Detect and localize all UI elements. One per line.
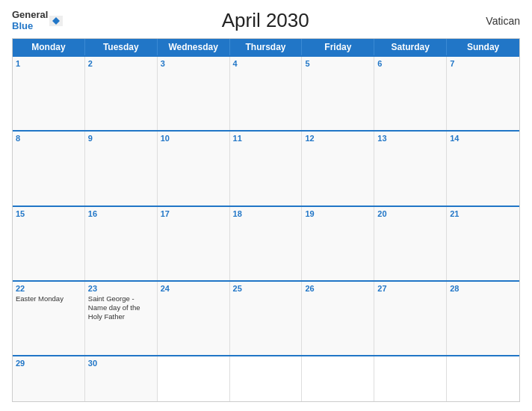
calendar-cell: 8 [13, 132, 85, 205]
calendar-week-5: 2930 [13, 355, 519, 401]
calendar-cell: 20 [374, 207, 447, 280]
day-number: 26 [305, 284, 371, 293]
calendar-cell: 29 [13, 356, 85, 401]
calendar-cell: 24 [158, 282, 230, 355]
day-number: 12 [305, 134, 371, 143]
day-number: 9 [88, 134, 154, 143]
day-number: 6 [377, 59, 443, 68]
calendar-cell: 28 [447, 282, 519, 355]
day-number: 10 [161, 134, 226, 143]
day-number: 27 [377, 284, 443, 293]
day-number: 30 [88, 359, 154, 368]
calendar-cell [158, 356, 230, 401]
calendar-cell: 23Saint George - Name day of the Holy Fa… [85, 282, 158, 355]
calendar-cell: 14 [447, 132, 519, 205]
day-number: 25 [233, 284, 299, 293]
header: General Blue April 2030 Vatican [12, 9, 520, 32]
calendar-cell: 7 [447, 57, 519, 130]
day-number: 11 [233, 134, 299, 143]
day-number: 15 [16, 209, 81, 218]
day-number: 14 [450, 134, 516, 143]
calendar-cell: 6 [374, 57, 447, 130]
calendar-week-4: 22Easter Monday23Saint George - Name day… [13, 280, 519, 355]
logo: General Blue [12, 10, 63, 31]
calendar-cell: 25 [230, 282, 303, 355]
event-text: Easter Monday [16, 294, 81, 303]
calendar-cell: 4 [230, 57, 303, 130]
calendar-cell: 10 [158, 132, 230, 205]
calendar-cell: 27 [374, 282, 447, 355]
day-number: 1 [16, 59, 81, 68]
day-number: 29 [16, 359, 81, 368]
calendar-cell [230, 356, 303, 401]
header-cell-friday: Friday [302, 39, 374, 55]
day-number: 19 [305, 209, 371, 218]
day-number: 23 [88, 284, 154, 293]
calendar-cell: 16 [85, 207, 158, 280]
calendar-cell: 19 [302, 207, 374, 280]
calendar-cell: 3 [158, 57, 230, 130]
country-label: Vatican [468, 15, 520, 27]
calendar-cell [302, 356, 374, 401]
calendar-cell: 9 [85, 132, 158, 205]
day-number: 16 [88, 209, 154, 218]
header-cell-wednesday: Wednesday [158, 39, 230, 55]
logo-flag-icon [49, 16, 63, 26]
day-number: 22 [16, 284, 81, 293]
calendar-header-row: MondayTuesdayWednesdayThursdayFridaySatu… [13, 39, 519, 55]
header-cell-tuesday: Tuesday [85, 39, 158, 55]
day-number: 3 [161, 59, 226, 68]
day-number: 7 [450, 59, 516, 68]
logo-general-text: General [12, 10, 48, 20]
header-cell-saturday: Saturday [374, 39, 447, 55]
calendar-body: 12345678910111213141516171819202122Easte… [13, 55, 519, 401]
day-number: 5 [305, 59, 371, 68]
day-number: 24 [161, 284, 226, 293]
header-cell-monday: Monday [13, 39, 85, 55]
calendar-cell: 12 [302, 132, 374, 205]
page: General Blue April 2030 Vatican MondayTu… [0, 0, 532, 411]
day-number: 13 [377, 134, 443, 143]
event-text: Saint George - Name day of the Holy Fath… [88, 294, 154, 322]
day-number: 21 [450, 209, 516, 218]
day-number: 18 [233, 209, 299, 218]
day-number: 4 [233, 59, 299, 68]
calendar-cell [374, 356, 447, 401]
header-cell-thursday: Thursday [230, 39, 303, 55]
day-number: 8 [16, 134, 81, 143]
day-number: 17 [161, 209, 226, 218]
calendar-week-1: 1234567 [13, 55, 519, 130]
calendar-cell: 18 [230, 207, 303, 280]
calendar-title: April 2030 [63, 9, 468, 32]
calendar-cell [447, 356, 519, 401]
day-number: 28 [450, 284, 516, 293]
day-number: 20 [377, 209, 443, 218]
calendar-cell: 13 [374, 132, 447, 205]
calendar-cell: 11 [230, 132, 303, 205]
calendar-cell: 1 [13, 57, 85, 130]
calendar-cell: 21 [447, 207, 519, 280]
logo-blue-text: Blue [12, 21, 48, 31]
calendar-week-3: 15161718192021 [13, 206, 519, 280]
calendar-cell: 5 [302, 57, 374, 130]
calendar-cell: 17 [158, 207, 230, 280]
calendar-cell: 26 [302, 282, 374, 355]
calendar-week-2: 891011121314 [13, 130, 519, 205]
calendar-cell: 2 [85, 57, 158, 130]
calendar-cell: 15 [13, 207, 85, 280]
header-cell-sunday: Sunday [447, 39, 519, 55]
calendar-cell: 22Easter Monday [13, 282, 85, 355]
calendar-cell: 30 [85, 356, 158, 401]
calendar: MondayTuesdayWednesdayThursdayFridaySatu… [12, 38, 520, 402]
day-number: 2 [88, 59, 154, 68]
